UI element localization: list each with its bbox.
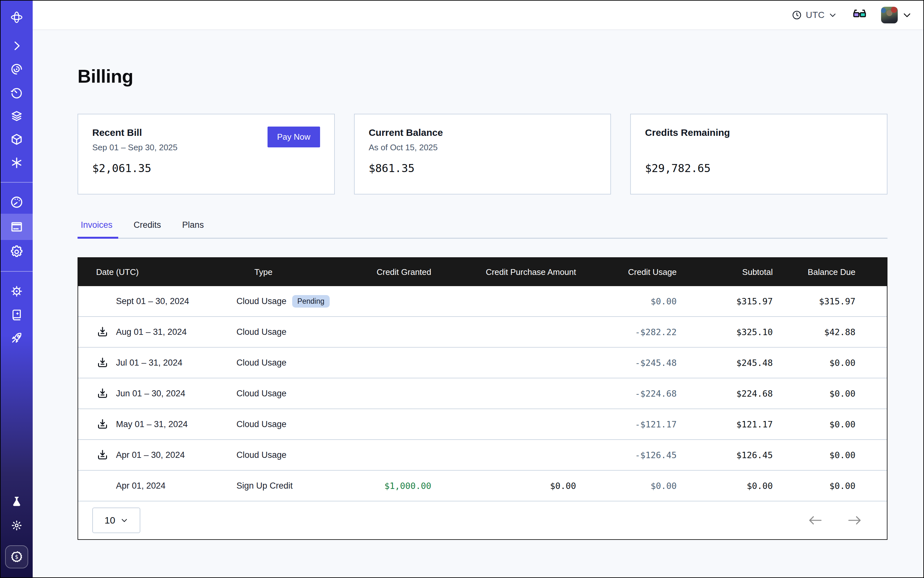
invoice-date-cell: Jul 01 – 31, 2024	[78, 356, 236, 369]
download-icon	[96, 448, 109, 461]
3d-glasses-icon	[852, 9, 867, 21]
credits-remaining-card: Credits Remaining $29,782.65	[630, 114, 887, 195]
main-content: Billing Recent Bill Sep 01 – Sep 30, 202…	[32, 30, 923, 577]
usage-gauge-icon	[10, 195, 24, 209]
invoice-date-cell: Aug 01 – 31, 2024	[78, 326, 236, 338]
recent-bill-card: Recent Bill Sep 01 – Sep 30, 2025 $2,061…	[78, 114, 335, 195]
pagination	[806, 513, 864, 528]
container-cube-icon	[10, 133, 23, 146]
theme-sun-icon	[10, 519, 23, 532]
tab-credits[interactable]: Credits	[132, 220, 162, 238]
sidebar-item-experiments[interactable]	[1, 490, 32, 514]
clock-icon	[792, 10, 802, 20]
invoice-type-cell: Cloud Usage	[236, 327, 352, 337]
billing-card-icon	[10, 220, 24, 234]
credit-usage-value: -$245.48	[576, 358, 677, 368]
table-row: May 01 – 31, 2024 Cloud Usage -$121.17 $…	[78, 409, 887, 440]
sidebar-item-support[interactable]	[1, 279, 32, 303]
invoice-type-cell: Sign Up Credit	[236, 481, 352, 491]
pay-now-button[interactable]: Pay Now	[268, 127, 320, 148]
current-balance-card: Current Balance As of Oct 15, 2025 $861.…	[354, 114, 611, 195]
table-row: Apr 01, 2024 Sign Up Credit $1,000.00 $0…	[78, 471, 887, 502]
svg-text:$: $	[15, 554, 18, 560]
invoice-type: Cloud Usage	[236, 450, 286, 460]
invoice-date-cell: Apr 01, 2024	[78, 479, 236, 492]
current-balance-amount: $861.35	[369, 162, 596, 175]
credit-usage-value: -$121.17	[576, 419, 677, 429]
credit-purchase-value: $0.00	[431, 481, 576, 491]
balance-due-value: $0.00	[773, 450, 887, 460]
subtotal-value: $224.68	[677, 389, 773, 399]
layers-icon	[10, 109, 23, 123]
invoice-type: Cloud Usage	[236, 327, 286, 337]
download-icon	[96, 418, 109, 430]
viewer-mode-button[interactable]	[852, 9, 867, 21]
invoice-type: Cloud Usage	[236, 389, 286, 399]
timezone-selector[interactable]: UTC	[792, 10, 837, 20]
sidebar-item-sessions[interactable]	[1, 57, 32, 81]
summary-cards: Recent Bill Sep 01 – Sep 30, 2025 $2,061…	[78, 114, 887, 195]
invoices-table: Date (UTC)TypeCredit GrantedCredit Purch…	[78, 257, 887, 540]
download-invoice-button[interactable]	[96, 326, 116, 338]
download-invoice-button[interactable]	[96, 356, 116, 369]
download-invoice-button[interactable]	[96, 387, 116, 400]
previous-page-button[interactable]	[806, 513, 825, 528]
table-row: Apr 01 – 30, 2024 Cloud Usage -$126.45 $…	[78, 440, 887, 471]
invoice-date-cell: Jun 01 – 30, 2024	[78, 387, 236, 400]
download-invoice-button[interactable]	[96, 448, 116, 461]
sidebar-item-history[interactable]	[1, 81, 32, 104]
rows-per-page-select[interactable]: 10	[92, 508, 140, 533]
subtotal-value: $121.17	[677, 419, 773, 429]
invoice-date: Sept 01 – 30, 2024	[116, 296, 189, 306]
download-icon	[96, 387, 109, 400]
card-title: Credits Remaining	[645, 127, 873, 138]
history-clock-icon	[10, 86, 23, 99]
experiments-flask-icon	[10, 495, 23, 509]
timezone-label: UTC	[806, 10, 825, 20]
sidebar-bottom-group: $	[1, 490, 32, 577]
sidebar-item-theme-toggle[interactable]	[1, 514, 32, 537]
sidebar-item-settings[interactable]	[1, 240, 32, 263]
sidebar-item-containers[interactable]	[1, 128, 32, 151]
column-header: Credit Usage	[576, 267, 677, 277]
invoice-date: Apr 01 – 30, 2024	[116, 450, 185, 460]
table-row: Aug 01 – 31, 2024 Cloud Usage -$282.22 $…	[78, 317, 887, 347]
subtotal-value: $315.97	[677, 296, 773, 306]
arrow-left-icon	[808, 515, 823, 526]
invoice-type: Cloud Usage	[236, 296, 286, 306]
credit-usage-value: -$224.68	[576, 389, 677, 399]
column-header: Subtotal	[677, 267, 773, 277]
credits-promo-button[interactable]: $	[5, 546, 28, 568]
invoice-date-cell: May 01 – 31, 2024	[78, 418, 236, 430]
download-icon	[96, 356, 109, 369]
chevron-down-icon	[120, 516, 128, 524]
table-row: Sept 01 – 30, 2024 Cloud Usage Pending $…	[78, 286, 887, 317]
credit-usage-value: $0.00	[576, 296, 677, 306]
sidebar-item-usage[interactable]	[1, 190, 32, 214]
credit-usage-value: $0.00	[576, 481, 677, 491]
subtotal-value: $0.00	[677, 481, 773, 491]
invoice-date: Aug 01 – 31, 2024	[116, 327, 187, 337]
expand-sidebar-button[interactable]	[1, 34, 32, 57]
invoice-date: Apr 01, 2024	[116, 481, 166, 491]
avatar[interactable]	[881, 7, 898, 23]
next-page-button[interactable]	[845, 513, 864, 528]
logo[interactable]	[1, 1, 32, 34]
account-menu-chevron-icon[interactable]	[902, 10, 912, 20]
invoice-type: Sign Up Credit	[236, 481, 293, 491]
tab-invoices[interactable]: Invoices	[80, 220, 114, 238]
rows-per-page-value: 10	[104, 515, 115, 526]
sidebar-item-layers[interactable]	[1, 104, 32, 128]
download-invoice-button[interactable]	[96, 418, 116, 430]
column-header: Credit Granted	[352, 267, 431, 277]
card-subtitle: As of Oct 15, 2025	[369, 143, 596, 153]
invoice-type-cell: Cloud Usage	[236, 389, 352, 399]
sidebar-item-billing[interactable]	[1, 214, 32, 240]
balance-due-value: $0.00	[773, 389, 887, 399]
sidebar-item-docs[interactable]	[1, 303, 32, 326]
tab-plans[interactable]: Plans	[181, 220, 205, 238]
sidebar-item-launch[interactable]	[1, 326, 32, 349]
invoice-table-body: Sept 01 – 30, 2024 Cloud Usage Pending $…	[78, 286, 887, 502]
sidebar-item-secrets[interactable]	[1, 151, 32, 174]
column-header: Balance Due	[773, 267, 887, 277]
